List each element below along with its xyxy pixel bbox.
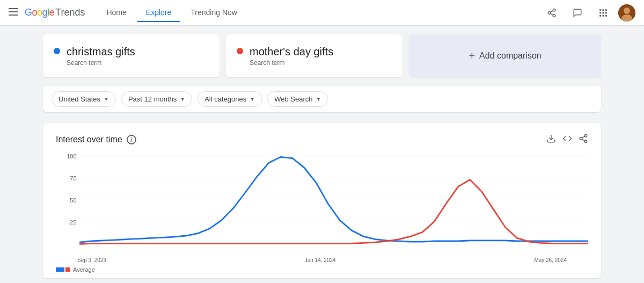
filter-time-label: Past 12 months	[128, 95, 177, 103]
xaxis-label-2: Jan 14, 2024	[305, 257, 336, 263]
svg-point-23	[584, 140, 587, 143]
apps-icon[interactable]	[592, 2, 614, 24]
svg-point-3	[553, 9, 555, 11]
svg-rect-15	[603, 14, 604, 16]
filter-location[interactable]: United States ▼	[52, 91, 116, 107]
svg-line-6	[550, 13, 553, 15]
chart-header: Interest over time i	[56, 134, 588, 146]
google-trends-logo[interactable]: Google Trends	[25, 7, 85, 18]
chevron-down-icon: ▼	[250, 96, 255, 102]
nav-trending-now[interactable]: Trending Now	[182, 4, 246, 22]
filter-search-type[interactable]: Web Search ▼	[267, 91, 328, 107]
svg-text:75: 75	[70, 175, 76, 182]
xaxis-label-1: Sep 3, 2023	[77, 257, 106, 263]
chart-footer: Average	[56, 263, 588, 278]
trends-logo-text: Trends	[55, 7, 85, 18]
legend-average: Average	[56, 266, 95, 273]
svg-point-18	[624, 8, 630, 14]
term1-name: christmas gifts	[67, 46, 135, 58]
svg-point-21	[584, 135, 587, 137]
legend-bar-red	[65, 267, 70, 272]
chart-title-area: Interest over time i	[56, 135, 136, 144]
term2-name: mother's day gifts	[250, 46, 333, 58]
svg-rect-12	[603, 12, 604, 13]
term2-type: Search term	[250, 59, 333, 67]
svg-point-22	[580, 137, 582, 140]
xaxis-label-3: May 26, 2024	[534, 257, 567, 263]
chart-title: Interest over time	[56, 135, 122, 144]
chevron-down-icon: ▼	[104, 96, 109, 102]
term1-type: Search term	[67, 59, 135, 67]
svg-rect-14	[599, 14, 601, 16]
menu-icon[interactable]	[9, 7, 18, 18]
xaxis-labels: Sep 3, 2023 Jan 14, 2024 May 26, 2024	[56, 257, 588, 263]
user-avatar[interactable]	[618, 4, 635, 21]
svg-point-5	[553, 14, 555, 17]
svg-text:25: 25	[70, 219, 76, 226]
feedback-icon[interactable]	[567, 2, 588, 24]
svg-rect-10	[605, 9, 607, 11]
svg-rect-13	[605, 12, 607, 13]
chart-svg: 100 75 50 25	[56, 150, 588, 257]
filter-search-type-label: Web Search	[274, 95, 312, 103]
svg-rect-8	[599, 9, 601, 11]
filters-bar: United States ▼ Past 12 months ▼ All cat…	[43, 86, 601, 112]
legend-bar-blue	[56, 267, 64, 272]
filter-location-label: United States	[58, 95, 100, 103]
chevron-down-icon: ▼	[180, 96, 185, 102]
share-chart-icon[interactable]	[579, 134, 588, 146]
add-comparison-label: Add comparison	[479, 51, 541, 61]
term2-dot	[237, 48, 243, 54]
main-content: christmas gifts Search term mother's day…	[0, 26, 644, 283]
interest-over-time-card: Interest over time i	[43, 123, 601, 278]
search-term-card-2[interactable]: mother's day gifts Search term	[226, 34, 402, 77]
svg-text:100: 100	[67, 153, 76, 159]
svg-rect-1	[9, 11, 18, 12]
info-icon[interactable]: i	[127, 135, 136, 144]
top-navigation: Google Trends Home Explore Trending Now	[0, 0, 644, 26]
svg-line-24	[582, 139, 584, 141]
add-comparison-button[interactable]: + Add comparison	[409, 34, 601, 77]
download-icon[interactable]	[546, 134, 556, 146]
chart-area: 100 75 50 25	[56, 150, 588, 257]
svg-rect-16	[605, 14, 607, 16]
filter-category-label: All categories	[204, 95, 246, 103]
search-cards-container: christmas gifts Search term mother's day…	[43, 34, 601, 77]
nav-explore[interactable]: Explore	[137, 4, 180, 22]
svg-text:50: 50	[70, 197, 76, 204]
svg-line-25	[582, 136, 584, 138]
nav-home[interactable]: Home	[98, 4, 135, 22]
embed-icon[interactable]	[562, 134, 572, 146]
chevron-down-icon: ▼	[316, 96, 321, 102]
legend-average-label: Average	[73, 266, 95, 273]
term1-dot	[54, 48, 60, 54]
svg-rect-0	[9, 8, 18, 9]
search-term-card-1[interactable]: christmas gifts Search term	[43, 34, 219, 77]
filter-time[interactable]: Past 12 months ▼	[121, 91, 192, 107]
svg-rect-9	[603, 9, 604, 11]
chart-actions	[546, 134, 588, 146]
svg-rect-2	[9, 14, 18, 16]
plus-icon: +	[469, 50, 475, 62]
nav-links: Home Explore Trending Now	[98, 4, 245, 22]
share-icon[interactable]	[541, 2, 562, 24]
svg-rect-11	[599, 12, 601, 13]
nav-actions	[541, 2, 635, 24]
svg-point-4	[548, 11, 551, 14]
svg-line-7	[550, 10, 553, 12]
filter-category[interactable]: All categories ▼	[197, 91, 262, 107]
